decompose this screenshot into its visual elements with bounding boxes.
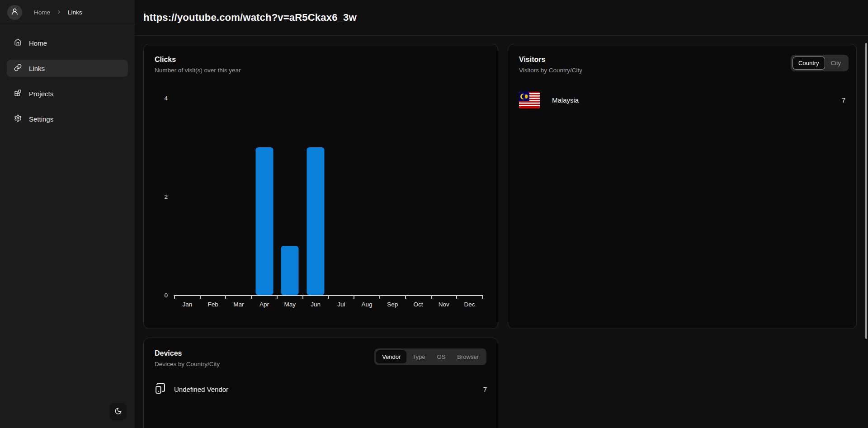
chart-slot-may: May — [277, 98, 303, 295]
y-axis-tick-label: 0 — [164, 292, 168, 299]
toggle-city-button[interactable]: City — [825, 56, 847, 70]
x-axis-tick-mark — [200, 296, 201, 299]
tab-vendor[interactable]: Vendor — [376, 350, 406, 363]
moon-icon — [114, 407, 122, 416]
main-area: https://youtube.com/watch?v=aR5Ckax6_3w … — [135, 0, 868, 428]
chart-slot-mar: Mar — [226, 98, 252, 295]
sidebar-item-settings[interactable]: Settings — [7, 110, 128, 127]
breadcrumb: Home Links — [34, 9, 82, 16]
chart-slot-oct: Oct — [406, 98, 431, 295]
x-axis-tick-mark — [405, 296, 406, 299]
sidebar-item-label: Settings — [29, 115, 53, 123]
x-axis-tick-mark — [328, 296, 329, 299]
chart-slot-jul: Jul — [329, 98, 354, 295]
main-header: https://youtube.com/watch?v=aR5Ckax6_3w — [135, 0, 868, 36]
chart-slot-jun: Jun — [303, 98, 329, 295]
projects-icon — [14, 89, 22, 98]
clicks-bar-chart: JanFebMarAprMayJunJulAugSepOctNovDec 024 — [175, 98, 482, 295]
chart-slot-sep: Sep — [380, 98, 406, 295]
toggle-country-button[interactable]: Country — [793, 56, 825, 70]
clicks-card-title: Clicks — [155, 56, 487, 64]
x-axis-tick-label: Nov — [431, 301, 457, 308]
x-axis-tick-mark — [379, 296, 380, 299]
smartphone-icon — [155, 383, 166, 396]
visitor-country-label: Malaysia — [552, 96, 579, 104]
x-axis-tick-label: Jun — [303, 301, 329, 308]
x-axis-tick-label: Dec — [457, 301, 482, 308]
x-axis-tick-mark — [302, 296, 303, 299]
clicks-card: Clicks Number of visit(s) over this year… — [143, 44, 498, 329]
device-count: 7 — [483, 386, 487, 393]
x-axis-tick-mark — [277, 296, 278, 299]
chart-slot-aug: Aug — [354, 98, 380, 295]
x-axis-tick-label: Feb — [200, 301, 226, 308]
x-axis-tick-mark — [251, 296, 252, 299]
tab-type[interactable]: Type — [406, 350, 431, 363]
x-axis-tick-mark — [482, 296, 483, 299]
home-icon — [14, 38, 22, 47]
sidebar-item-label: Home — [29, 39, 47, 47]
content-grid: Clicks Number of visit(s) over this year… — [135, 36, 868, 428]
vertical-scrollbar-thumb[interactable] — [865, 43, 867, 339]
breadcrumb-home-link[interactable]: Home — [34, 9, 50, 16]
malaysia-flag-icon — [519, 92, 540, 108]
x-axis-tick-mark — [174, 296, 175, 299]
tab-browser[interactable]: Browser — [451, 350, 485, 363]
chart-slot-apr: Apr — [251, 98, 277, 295]
x-axis-tick-label: Mar — [226, 301, 252, 308]
page-title: https://youtube.com/watch?v=aR5Ckax6_3w — [143, 12, 357, 24]
devices-tabs-group: Vendor Type OS Browser — [374, 348, 486, 365]
x-axis-tick-mark — [225, 296, 226, 299]
x-axis-tick-label: Oct — [406, 301, 431, 308]
breadcrumb-current[interactable]: Links — [68, 9, 82, 16]
sidebar-item-home[interactable]: Home — [7, 34, 128, 52]
clicks-card-header: Clicks Number of visit(s) over this year — [144, 44, 498, 74]
devices-row-undefined-vendor[interactable]: Undefined Vendor 7 — [155, 383, 487, 396]
x-axis-tick-label: Jan — [175, 301, 200, 308]
visitor-count: 7 — [842, 96, 845, 104]
settings-icon — [14, 114, 22, 123]
chart-slot-jan: Jan — [175, 98, 200, 295]
sidebar: Home Links Home Links Projects — [0, 0, 135, 428]
chart-bar-apr — [255, 147, 273, 295]
tab-os[interactable]: OS — [431, 350, 452, 363]
sidebar-item-links[interactable]: Links — [7, 60, 128, 77]
sidebar-header: Home Links — [0, 0, 135, 25]
sidebar-item-label: Links — [29, 65, 45, 72]
visitors-card: Visitors Visitors by Country/City Countr… — [508, 44, 857, 329]
sidebar-item-projects[interactable]: Projects — [7, 85, 128, 102]
x-axis-tick-mark — [354, 296, 354, 299]
chart-slot-feb: Feb — [200, 98, 226, 295]
sidebar-item-label: Projects — [29, 90, 53, 98]
x-axis-tick-label: May — [277, 301, 303, 308]
clicks-card-subtitle: Number of visit(s) over this year — [155, 67, 487, 74]
visitors-row-malaysia[interactable]: Malaysia 7 — [519, 92, 845, 108]
chart-bar-may — [281, 246, 299, 295]
sidebar-nav: Home Links Projects Settings — [0, 25, 135, 127]
x-axis-tick-label: Sep — [380, 301, 406, 308]
user-icon — [11, 8, 19, 17]
y-axis-tick-label: 4 — [164, 95, 168, 102]
devices-card: Devices Devices by Country/City Vendor T… — [143, 338, 498, 428]
device-vendor-label: Undefined Vendor — [174, 386, 228, 393]
chevron-right-icon — [56, 9, 62, 16]
chart-bar-jun — [307, 147, 325, 295]
x-axis-tick-label: Jul — [329, 301, 354, 308]
theme-toggle-button[interactable] — [109, 403, 127, 420]
avatar[interactable] — [7, 5, 22, 20]
x-axis-tick-mark — [456, 296, 457, 299]
y-axis-tick-label: 2 — [164, 193, 168, 200]
visitors-toggle-group: Country City — [791, 55, 849, 71]
chart-slot-dec: Dec — [457, 98, 482, 295]
chart-slot-nov: Nov — [431, 98, 457, 295]
clicks-chart-slots: JanFebMarAprMayJunJulAugSepOctNovDec — [175, 98, 482, 295]
x-axis-tick-mark — [431, 296, 432, 299]
x-axis-tick-label: Apr — [251, 301, 277, 308]
link-icon — [14, 64, 22, 73]
x-axis-tick-label: Aug — [354, 301, 380, 308]
